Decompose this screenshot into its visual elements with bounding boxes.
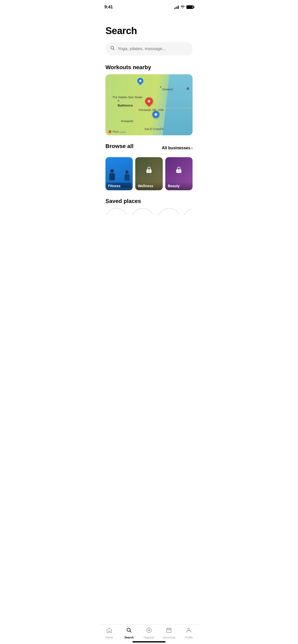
fitness-label: Fitness xyxy=(108,184,120,188)
search-input[interactable] xyxy=(118,46,188,51)
wellness-overlay: Wellness xyxy=(135,182,162,190)
page-title: Search xyxy=(105,25,193,36)
all-businesses-label: All businesses xyxy=(162,146,190,150)
wellness-lock-container xyxy=(135,157,162,183)
svg-point-2 xyxy=(148,170,150,171)
saved-place-add-2[interactable]: + xyxy=(131,208,154,215)
status-time: 9:41 xyxy=(104,5,113,10)
fitness-overlay: Fitness xyxy=(105,182,133,190)
map-container[interactable]: The Stables Spin Studio Baltimore Cheswo… xyxy=(105,74,193,135)
lock-icon-wellness xyxy=(146,166,152,174)
status-bar: 9:41 xyxy=(99,0,199,13)
browse-all-title: Browse all xyxy=(105,143,133,150)
map-label-a: A xyxy=(186,86,189,91)
browse-all-header: Browse all All businesses › xyxy=(105,143,193,153)
map-label-cheswold: Cheswold, DE, USA xyxy=(139,108,164,111)
map-label-crossfit: Kal-El CrossFit xyxy=(145,127,163,130)
beauty-label: Beauty xyxy=(168,184,180,188)
main-content: Search Workouts nearby The Stables Spin … xyxy=(99,13,199,215)
wifi-icon xyxy=(180,5,185,9)
saved-place-add-3[interactable]: + xyxy=(157,208,180,215)
status-icons xyxy=(174,5,194,9)
all-businesses-link[interactable]: All businesses › xyxy=(162,146,193,150)
category-card-fitness[interactable]: Fitness xyxy=(105,157,133,190)
search-bar-icon xyxy=(110,46,115,52)
map-label-stables: The Stables Spin Studio xyxy=(112,96,142,99)
map-label-annapolis: Annapolis xyxy=(121,120,133,123)
map-pin-blue-top xyxy=(137,78,143,84)
map-background: The Stables Spin Studio Baltimore Cheswo… xyxy=(105,74,193,135)
saved-place-add-1[interactable]: + xyxy=(105,208,128,215)
svg-point-4 xyxy=(178,170,179,171)
saved-places-title: Saved places xyxy=(105,198,193,204)
lock-icon-beauty xyxy=(175,166,182,174)
maps-label: Maps xyxy=(113,130,119,133)
map-label-vineland: Vineland xyxy=(162,88,173,91)
wellness-label: Wellness xyxy=(138,184,153,188)
chevron-right-icon: › xyxy=(191,146,193,150)
map-dot-baltimore xyxy=(118,100,119,101)
saved-place-add-4[interactable]: + xyxy=(183,208,193,215)
battery-icon xyxy=(186,5,194,9)
beauty-lock-container xyxy=(165,157,193,183)
apple-icon: 🍎 xyxy=(108,130,112,133)
map-attribution: 🍎 Maps Legal xyxy=(108,130,125,133)
legal-link[interactable]: Legal xyxy=(120,130,125,133)
map-pin-red xyxy=(145,97,153,105)
saved-places-row: + + + + + xyxy=(105,208,193,215)
category-grid: Fitness Wellness xyxy=(105,157,193,190)
signal-icon xyxy=(174,5,179,9)
map-label-baltimore: Baltimore xyxy=(118,104,133,107)
map-pin-blue-bottom xyxy=(152,111,159,118)
category-card-wellness[interactable]: Wellness xyxy=(135,157,162,190)
beauty-overlay: Beauty xyxy=(165,182,193,190)
workouts-nearby-title: Workouts nearby xyxy=(105,64,193,71)
search-bar[interactable] xyxy=(105,42,193,55)
category-card-beauty[interactable]: Beauty xyxy=(165,157,193,190)
